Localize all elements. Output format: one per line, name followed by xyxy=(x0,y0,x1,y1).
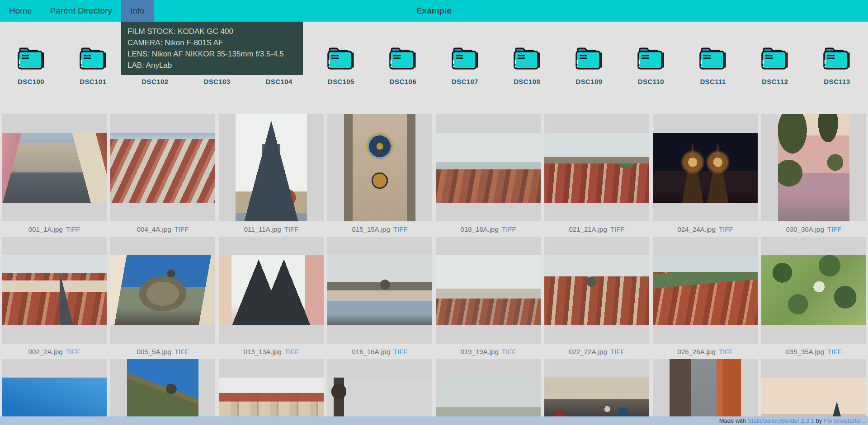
folder-icon xyxy=(16,45,46,70)
footer-by: by xyxy=(816,417,822,424)
folder-icon xyxy=(326,45,356,70)
photo-thumbnail[interactable] xyxy=(2,133,107,203)
tiff-link[interactable]: TIFF xyxy=(719,225,733,233)
tooltip-line-camera: CAMERA: Nikon F-801S AF xyxy=(127,37,297,48)
photo-caption: 018_18A.jpg TIFF xyxy=(434,221,542,237)
photo-caption: 024_24A.jpg TIFF xyxy=(651,221,760,237)
author-link[interactable]: Flo Greistorfer xyxy=(824,417,861,424)
tiff-link[interactable]: TIFF xyxy=(393,348,408,355)
folder-item[interactable]: DSC113 xyxy=(806,22,868,85)
thumbnail-card xyxy=(110,237,215,344)
gallery-cell: 001_1A.jpg TIFF xyxy=(0,114,108,237)
gallery-cell: 030_30A.jpg TIFF xyxy=(760,114,868,237)
folder-label: DSC102 xyxy=(142,78,168,85)
photo-caption: 022_22A.jpg TIFF xyxy=(542,344,651,359)
photo-caption: 004_4A.jpg TIFF xyxy=(108,221,217,237)
gallery-cell xyxy=(0,359,108,425)
tiff-link[interactable]: TIFF xyxy=(66,348,80,355)
photo-filename: 004_4A.jpg xyxy=(137,225,171,233)
photo-caption: 011_11A.jpg TIFF xyxy=(217,221,326,237)
folder-item[interactable]: DSC108 xyxy=(496,22,558,85)
photo-thumbnail[interactable] xyxy=(544,133,649,203)
gallery-cell: 013_13A.jpg TIFF xyxy=(217,237,326,359)
folder-item[interactable]: DSC109 xyxy=(558,22,620,85)
photo-thumbnail[interactable] xyxy=(110,255,215,325)
folder-item[interactable]: DSC111 xyxy=(682,22,744,85)
thumbnail-card xyxy=(544,114,649,221)
gallery-cell: 005_5A.jpg TIFF xyxy=(108,237,217,359)
thumbnail-card xyxy=(2,114,107,221)
thumbnail-card xyxy=(436,237,541,344)
photo-thumbnail[interactable] xyxy=(653,133,758,203)
folder-icon xyxy=(698,45,728,70)
tiff-link[interactable]: TIFF xyxy=(719,348,733,355)
tiff-link[interactable]: TIFF xyxy=(66,225,80,233)
folder-label: DSC101 xyxy=(80,78,106,85)
footer-suffix: . xyxy=(863,417,865,424)
photo-thumbnail[interactable] xyxy=(110,133,215,203)
tiff-link[interactable]: TIFF xyxy=(610,348,625,355)
photo-filename: 030_30A.jpg xyxy=(786,225,824,233)
tiff-link[interactable]: TIFF xyxy=(284,225,299,233)
photo-filename: 022_22A.jpg xyxy=(569,348,607,355)
folder-item[interactable]: DSC107 xyxy=(434,22,496,85)
folder-label: DSC111 xyxy=(700,78,726,85)
nav-item-info[interactable]: Info FILM STOCK: KODAK GC 400 CAMERA: Ni… xyxy=(121,0,154,22)
photo-filename: 019_19A.jpg xyxy=(461,348,499,355)
photo-caption: 015_15A.jpg TIFF xyxy=(326,221,434,237)
photo-thumbnail[interactable] xyxy=(2,255,107,325)
folder-icon xyxy=(78,45,108,70)
photo-filename: 035_35A.jpg xyxy=(786,348,824,355)
gallery-cell: 018_18A.jpg TIFF xyxy=(434,114,542,237)
photo-filename: 001_1A.jpg xyxy=(28,225,63,233)
photo-thumbnail[interactable] xyxy=(327,255,432,325)
tiff-link[interactable]: TIFF xyxy=(175,348,189,355)
photo-thumbnail[interactable] xyxy=(670,359,741,425)
gallery-cell: 015_15A.jpg TIFF xyxy=(326,114,434,237)
photo-thumbnail[interactable] xyxy=(127,359,198,425)
photo-caption: 030_30A.jpg TIFF xyxy=(760,221,868,237)
tiff-link[interactable]: TIFF xyxy=(393,225,408,233)
thumbnail-card xyxy=(436,359,541,425)
gallery-cell: 002_2A.jpg TIFF xyxy=(0,237,108,359)
builder-link[interactable]: StaticGalleryBuilder 2.3.1 xyxy=(748,417,814,424)
folder-label: DSC104 xyxy=(266,78,292,85)
photo-thumbnail[interactable] xyxy=(778,114,849,221)
thumbnail-card xyxy=(327,359,432,425)
photo-thumbnail[interactable] xyxy=(544,255,649,325)
folder-item[interactable]: DSC112 xyxy=(744,22,806,85)
gallery-cell: 004_4A.jpg TIFF xyxy=(108,114,217,237)
tiff-link[interactable]: TIFF xyxy=(175,225,189,233)
nav-item-home[interactable]: Home xyxy=(0,0,41,22)
folder-item[interactable]: DSC105 xyxy=(310,22,372,85)
gallery-cell xyxy=(217,359,326,425)
footer-prefix: Made with xyxy=(719,417,746,424)
photo-caption: 001_1A.jpg TIFF xyxy=(0,221,108,237)
photo-filename: 002_2A.jpg xyxy=(28,348,63,355)
thumbnail-card xyxy=(110,359,215,425)
photo-thumbnail[interactable] xyxy=(761,255,866,325)
folder-item[interactable]: DSC110 xyxy=(620,22,682,85)
tiff-link[interactable]: TIFF xyxy=(502,225,516,233)
photo-thumbnail[interactable] xyxy=(653,255,758,325)
nav-item-parent-directory[interactable]: Parent Directory xyxy=(41,0,121,22)
tiff-link[interactable]: TIFF xyxy=(285,348,299,355)
tiff-link[interactable]: TIFF xyxy=(610,225,625,233)
tiff-link[interactable]: TIFF xyxy=(827,348,842,355)
nav-item-info-label: Info xyxy=(130,6,145,15)
photo-thumbnail[interactable] xyxy=(236,114,307,221)
folder-item[interactable]: DSC101 xyxy=(62,22,124,85)
gallery-grid: 001_1A.jpg TIFF 004_4A.jpg TIFF 011_11A.… xyxy=(0,114,868,425)
folder-item[interactable]: DSC106 xyxy=(372,22,434,85)
photo-thumbnail[interactable] xyxy=(436,133,541,203)
folder-item[interactable]: DSC100 xyxy=(0,22,62,85)
gallery-cell: 019_19A.jpg TIFF xyxy=(434,237,542,359)
folder-label: DSC106 xyxy=(390,78,416,85)
thumbnail-card xyxy=(110,114,215,221)
tiff-link[interactable]: TIFF xyxy=(502,348,516,355)
photo-thumbnail[interactable] xyxy=(436,255,541,325)
tiff-link[interactable]: TIFF xyxy=(827,225,842,233)
photo-thumbnail[interactable] xyxy=(219,255,324,325)
folder-label: DSC110 xyxy=(638,78,664,85)
photo-thumbnail[interactable] xyxy=(344,114,415,221)
